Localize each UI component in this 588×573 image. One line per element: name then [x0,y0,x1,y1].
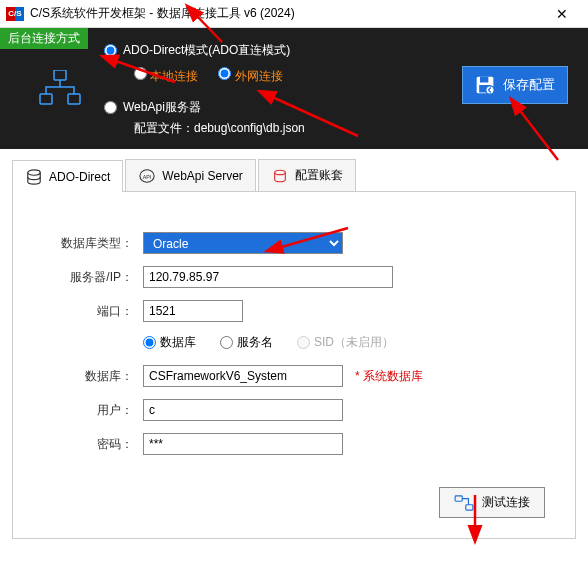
pwd-label: 密码： [43,436,133,453]
radio-sid-wrap: SID（未启用） [297,334,394,351]
pwd-input[interactable] [143,433,343,455]
radio-service[interactable] [220,336,233,349]
tab-account-label: 配置账套 [295,167,343,184]
db-config-icon [271,168,289,184]
radio-local-conn[interactable] [134,67,147,80]
tab-ado-direct[interactable]: ADO-Direct [12,160,123,192]
main-panel: ADO-Direct API WebApi Server 配置账套 数据库类型：… [0,149,588,551]
svg-rect-2 [68,94,80,104]
radio-external-conn[interactable] [218,67,231,80]
svg-point-7 [28,169,40,174]
radio-sid-label: SID（未启用） [314,334,394,351]
save-icon [475,75,495,95]
header-panel: 后台连接方式 ADO-Direct模式(ADO直连模式) 本地连接 外网连接 [0,28,588,149]
radio-external-conn-wrap[interactable]: 外网连接 [218,67,282,85]
titlebar: C/S C/S系统软件开发框架 - 数据库连接工具 v6 (2024) ✕ [0,0,588,28]
radio-local-conn-label: 本地连接 [150,69,198,83]
save-config-button[interactable]: 保存配置 [462,66,568,104]
radio-webapi[interactable] [104,101,117,114]
close-button[interactable]: ✕ [542,0,582,28]
radio-ado-direct-label: ADO-Direct模式(ADO直连模式) [123,42,290,59]
radio-ado-direct[interactable] [104,44,117,57]
test-connection-label: 测试连接 [482,494,530,511]
svg-text:API: API [143,173,152,179]
tab-account[interactable]: 配置账套 [258,159,356,191]
radio-local-conn-wrap[interactable]: 本地连接 [134,67,198,85]
port-input[interactable] [143,300,243,322]
svg-rect-1 [40,94,52,104]
db-hint: * 系统数据库 [355,368,423,385]
app-icon: C/S [6,7,24,21]
svg-rect-4 [480,77,488,83]
radio-dbname[interactable] [143,336,156,349]
tab-body: 数据库类型： Oracle 服务器/IP： 端口： 数据库 服务名 SID（未启… [12,192,576,539]
svg-rect-11 [455,495,462,500]
network-icon [38,70,82,111]
svg-point-10 [274,170,285,174]
radio-dbname-wrap[interactable]: 数据库 [143,334,196,351]
radio-service-wrap[interactable]: 服务名 [220,334,273,351]
port-label: 端口： [43,303,133,320]
conn-mode-badge: 后台连接方式 [0,28,88,49]
test-connection-button[interactable]: 测试连接 [439,487,545,518]
radio-sid [297,336,310,349]
user-input[interactable] [143,399,343,421]
db-input[interactable] [143,365,343,387]
database-icon [25,169,43,185]
tab-webapi[interactable]: API WebApi Server [125,159,255,191]
server-label: 服务器/IP： [43,269,133,286]
svg-point-6 [486,86,494,94]
radio-service-label: 服务名 [237,334,273,351]
link-icon [454,495,474,511]
save-config-label: 保存配置 [503,76,555,94]
tabs: ADO-Direct API WebApi Server 配置账套 [12,159,576,192]
user-label: 用户： [43,402,133,419]
svg-rect-12 [466,504,473,509]
dbtype-label: 数据库类型： [43,235,133,252]
radio-webapi-label: WebApi服务器 [123,99,201,116]
db-label: 数据库： [43,368,133,385]
radio-dbname-label: 数据库 [160,334,196,351]
api-icon: API [138,168,156,184]
tab-webapi-label: WebApi Server [162,169,242,183]
server-input[interactable] [143,266,393,288]
radio-external-conn-label: 外网连接 [235,69,283,83]
svg-rect-0 [54,70,66,80]
window-title: C/S系统软件开发框架 - 数据库连接工具 v6 (2024) [30,5,542,22]
config-file-label: 配置文件： [134,121,194,135]
tab-ado-label: ADO-Direct [49,170,110,184]
config-file-path: debug\config\db.json [194,121,305,135]
dbtype-select[interactable]: Oracle [143,232,343,254]
